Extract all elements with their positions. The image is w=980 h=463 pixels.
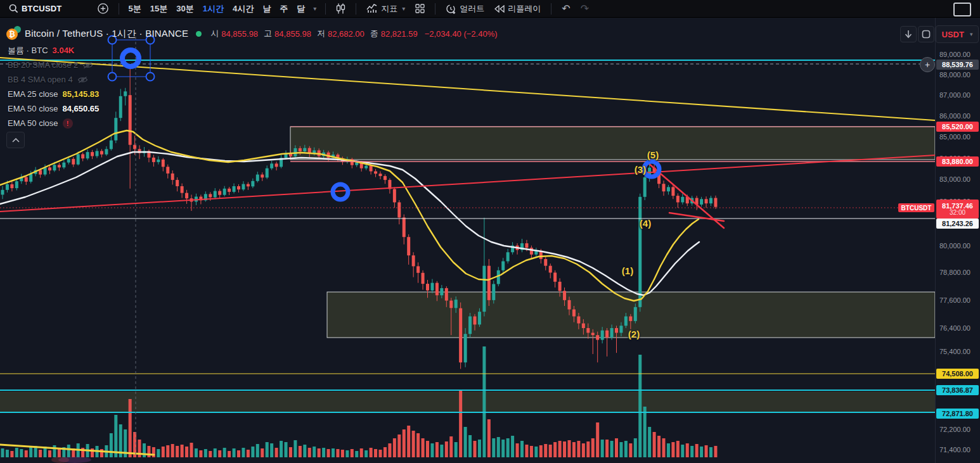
volume-bar xyxy=(199,450,202,457)
chart-style-button[interactable] xyxy=(331,1,351,16)
volume-bar xyxy=(166,445,169,457)
candle-body xyxy=(256,175,259,181)
elliott-wave-label[interactable]: (1) xyxy=(622,265,633,276)
interval-날[interactable]: 날 xyxy=(258,2,275,16)
volume-legend-label[interactable]: 볼륨 · BTC xyxy=(8,45,48,56)
candle-body xyxy=(25,177,28,182)
ohlc-values: 시84,855.98고84,855.98저82,682.00종82,821.59… xyxy=(210,28,497,39)
add-symbol-button[interactable] xyxy=(93,1,113,16)
volume-bar xyxy=(714,446,717,457)
trendline-drawing[interactable] xyxy=(0,58,935,120)
elliott-wave-label[interactable]: (5) xyxy=(647,149,659,160)
volume-bar xyxy=(705,445,708,457)
candle-body xyxy=(572,309,576,316)
trendline-drawing[interactable] xyxy=(0,155,935,212)
candle-body xyxy=(29,174,32,182)
volume-bar xyxy=(336,449,339,457)
price-chart-canvas[interactable] xyxy=(0,0,980,463)
alert-button[interactable]: 얼러트 xyxy=(441,1,489,16)
volume-bar xyxy=(233,448,236,457)
indicator-value: 84,650.65 xyxy=(63,104,100,113)
candle-body xyxy=(468,317,472,334)
replay-button[interactable]: 리플레이 xyxy=(489,1,546,16)
volume-bar xyxy=(474,441,477,457)
symbol-title[interactable]: Bitcoin / TetherUS · 1시간 · BINANCE xyxy=(25,28,188,40)
selection-handle[interactable] xyxy=(108,73,117,81)
volume-bar xyxy=(572,442,576,457)
symbol-search-button[interactable]: BTCUSDT xyxy=(4,1,67,16)
alert-label: 얼러트 xyxy=(460,3,484,15)
selection-handle[interactable] xyxy=(146,73,155,81)
eye-off-icon[interactable] xyxy=(82,61,93,69)
price-label: 85,520.00 xyxy=(936,122,979,132)
elliott-wave-label[interactable]: (3) xyxy=(635,164,646,175)
indicator-label[interactable]: EMA 50 close xyxy=(8,118,58,128)
interval-5분[interactable]: 5분 xyxy=(124,2,146,16)
candle-body xyxy=(459,308,462,363)
window-control-icon[interactable] xyxy=(953,3,971,16)
candle-body xyxy=(1,190,4,195)
interval-menu-chevron-icon[interactable]: ▾ xyxy=(313,5,316,12)
volume-bar xyxy=(171,444,174,457)
candle-body xyxy=(624,317,628,326)
candle-body xyxy=(544,259,547,266)
indicator-label[interactable]: BB 4 SMA open 4 xyxy=(8,75,73,84)
interval-1시간[interactable]: 1시간 xyxy=(198,2,228,16)
scroll-to-latest-button[interactable] xyxy=(900,26,917,42)
volume-bar xyxy=(539,445,543,457)
indicator-error-icon[interactable]: ! xyxy=(63,118,73,129)
interval-4시간[interactable]: 4시간 xyxy=(228,2,258,16)
axis-tick: 88,000.00 xyxy=(939,71,970,79)
currency-dropdown[interactable]: USDT ▾ xyxy=(936,25,979,43)
chevron-down-icon: ▾ xyxy=(402,5,405,12)
support-zone-band[interactable] xyxy=(0,391,935,412)
legend-collapse-button[interactable] xyxy=(6,132,25,148)
interval-15분[interactable]: 15분 xyxy=(146,2,172,16)
volume-bar xyxy=(147,446,150,457)
redo-button[interactable]: ↷ xyxy=(576,1,594,16)
volume-bar xyxy=(407,426,410,457)
indicator-label[interactable]: EMA 25 close xyxy=(8,89,58,99)
chevron-up-icon xyxy=(12,138,20,143)
candle-body xyxy=(449,301,453,308)
elliott-wave-label[interactable]: (2) xyxy=(628,329,640,339)
elliott-wave-label[interactable]: (4) xyxy=(640,218,651,229)
candle-body xyxy=(364,166,368,168)
rectangle-drawing[interactable] xyxy=(290,127,935,160)
market-status-dot[interactable] xyxy=(196,31,202,37)
circle-drawing[interactable] xyxy=(644,162,659,177)
candle-body xyxy=(530,248,533,255)
candle-body xyxy=(525,243,528,248)
volume-bar xyxy=(327,449,330,457)
circle-drawing[interactable] xyxy=(122,50,139,67)
indicator-label[interactable]: BB 20 SMA close 2 xyxy=(8,60,78,70)
interval-30분[interactable]: 30분 xyxy=(172,2,198,16)
candle-body xyxy=(563,291,566,300)
price-axis[interactable]: 89,000.0088,000.0087,000.0086,000.0085,0… xyxy=(935,17,980,463)
layout-grid-button[interactable] xyxy=(410,1,430,16)
maximize-chart-button[interactable] xyxy=(918,26,934,42)
candle-body xyxy=(403,217,406,237)
eye-off-icon[interactable] xyxy=(77,76,88,84)
candle-body xyxy=(114,118,117,140)
add-alert-plus-button[interactable]: + xyxy=(920,57,935,72)
indicators-button[interactable]: 지표 ▾ xyxy=(361,1,410,16)
top-toolbar: BTCUSDT 5분15분30분1시간4시간날주달 ▾ 지표 ▾ xyxy=(0,0,980,18)
ohlc-value: 82,821.59 xyxy=(381,29,418,39)
bitcoin-icon: ₿ xyxy=(6,27,20,41)
undo-button[interactable]: ↶ xyxy=(557,1,575,16)
maximize-icon xyxy=(922,30,931,39)
candle-body xyxy=(48,167,51,170)
volume-bar xyxy=(534,447,538,457)
candle-body xyxy=(110,141,113,149)
indicators-icon xyxy=(366,4,378,13)
replay-rewind-icon xyxy=(494,5,505,13)
interval-주[interactable]: 주 xyxy=(275,2,292,16)
volume-bar xyxy=(48,450,51,457)
volume-bar xyxy=(596,422,599,457)
candle-body xyxy=(218,191,221,195)
symbol-header[interactable]: ₿ Bitcoin / TetherUS · 1시간 · BINANCE 시84… xyxy=(6,27,498,41)
interval-달[interactable]: 달 xyxy=(292,2,309,16)
indicator-label[interactable]: EMA 50 close xyxy=(8,104,58,113)
axis-tick: 76,400.00 xyxy=(939,324,970,332)
